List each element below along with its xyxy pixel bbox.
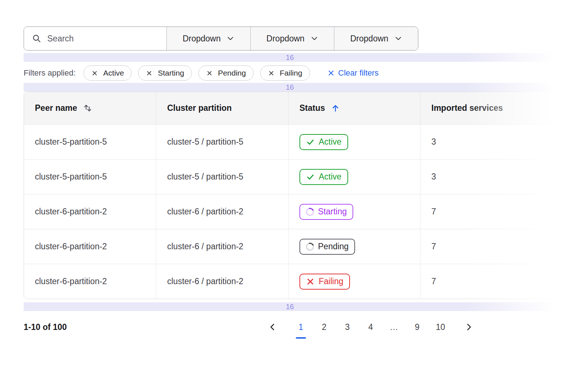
status-badge-label: Failing: [319, 277, 343, 286]
filter-toolbar: Dropdown Dropdown Dropdown: [24, 27, 418, 51]
chevron-down-icon: [226, 35, 234, 43]
cell-status: Active: [288, 125, 420, 159]
cell-cluster-partition: cluster-6 / partition-2: [156, 229, 288, 264]
chevron-right-icon: [464, 322, 474, 332]
table-row: cluster-6-partition-2 cluster-6 / partit…: [24, 229, 556, 264]
column-header-status[interactable]: Status: [288, 92, 420, 124]
cell-cluster-partition: cluster-5 / partition-5: [156, 125, 288, 159]
cell-status: Active: [288, 160, 420, 194]
remove-filter-icon[interactable]: [206, 70, 213, 77]
filter-chip-failing[interactable]: Failing: [260, 65, 310, 81]
chevron-down-icon: [394, 35, 402, 43]
status-badge-label: Starting: [318, 207, 347, 217]
cell-cluster-partition: cluster-6 / partition-2: [156, 194, 288, 229]
cell-imported-services: 7: [420, 194, 556, 229]
dropdown-button-3[interactable]: Dropdown: [334, 27, 418, 50]
search-input[interactable]: [47, 34, 161, 44]
column-header-peer-name[interactable]: Peer name: [24, 92, 156, 124]
cell-cluster-partition: cluster-5 / partition-5: [156, 160, 288, 194]
column-header-imported-services[interactable]: Imported services: [420, 92, 556, 124]
clear-filters-label: Clear filters: [338, 68, 379, 78]
table-row: cluster-5-partition-5 cluster-5 / partit…: [24, 159, 556, 194]
filter-chip-pending[interactable]: Pending: [198, 65, 254, 81]
clear-filters-icon: [327, 69, 335, 77]
spinner-icon: [305, 206, 315, 217]
next-page-button[interactable]: [462, 320, 475, 334]
table-row: cluster-6-partition-2 cluster-6 / partit…: [24, 194, 556, 229]
remove-filter-icon[interactable]: [268, 70, 275, 77]
check-icon: [306, 138, 315, 146]
pager: 1 2 3 4 … 9 10: [266, 320, 475, 334]
search-icon: [32, 34, 41, 43]
cell-imported-services: 3: [420, 125, 556, 159]
column-header-cluster-partition[interactable]: Cluster partition: [156, 92, 288, 124]
cell-status: Failing: [288, 264, 420, 299]
status-badge-active: Active: [299, 134, 348, 150]
dropdown-button-1[interactable]: Dropdown: [166, 27, 250, 50]
filter-chip-active[interactable]: Active: [84, 65, 132, 81]
check-icon: [306, 173, 315, 181]
remove-filter-icon[interactable]: [146, 70, 153, 77]
spacing-marker: 16: [24, 53, 556, 62]
status-badge-active: Active: [299, 169, 348, 185]
page-button-3[interactable]: 3: [341, 320, 354, 334]
filter-chip-starting[interactable]: Starting: [138, 65, 192, 81]
pagination-bar: 1-10 of 100 1 2 3 4 … 9 10: [24, 318, 556, 336]
filter-chip-label: Pending: [218, 69, 246, 77]
page-button-2[interactable]: 2: [318, 320, 331, 334]
filters-applied-row: Filters applied: Active Starting Pending…: [24, 65, 556, 81]
previous-page-button[interactable]: [266, 320, 279, 334]
status-badge-failing: Failing: [299, 274, 350, 290]
cell-peer-name: cluster-6-partition-2: [24, 264, 156, 299]
spacing-marker: 16: [24, 83, 556, 92]
pagination-summary: 1-10 of 100: [24, 322, 67, 332]
chevron-down-icon: [310, 35, 318, 43]
spacing-marker-label: 16: [286, 303, 294, 311]
status-badge-starting: Starting: [299, 204, 353, 220]
column-header-label: Imported services: [431, 103, 503, 113]
status-badge-label: Active: [319, 137, 342, 147]
page-button-9[interactable]: 9: [411, 320, 424, 334]
peers-table: Peer name Cluster partition Status Impor…: [24, 92, 556, 299]
search-box[interactable]: [24, 27, 166, 50]
spacing-marker: 16: [24, 302, 556, 311]
page-button-1[interactable]: 1: [294, 320, 307, 334]
column-header-label: Status: [299, 103, 325, 113]
cell-peer-name: cluster-5-partition-5: [24, 160, 156, 194]
cell-status: Pending: [288, 229, 420, 264]
filters-applied-label: Filters applied:: [24, 68, 76, 78]
cell-peer-name: cluster-6-partition-2: [24, 194, 156, 229]
cell-imported-services: 7: [420, 264, 556, 299]
status-badge-label: Active: [319, 172, 342, 182]
dropdown-button-2[interactable]: Dropdown: [250, 27, 334, 50]
dropdown-label: Dropdown: [266, 34, 305, 44]
column-header-label: Cluster partition: [167, 103, 232, 113]
spacing-marker-label: 16: [286, 83, 294, 92]
table-header-row: Peer name Cluster partition Status Impor…: [24, 92, 556, 124]
remove-filter-icon[interactable]: [91, 70, 98, 77]
chevron-left-icon: [268, 322, 277, 332]
x-icon: [306, 277, 315, 286]
sort-ascending-icon: [331, 104, 340, 113]
dropdown-label: Dropdown: [350, 34, 388, 44]
page-button-10[interactable]: 10: [434, 320, 447, 334]
cell-imported-services: 3: [420, 160, 556, 194]
page-ellipsis: …: [387, 322, 400, 332]
column-header-label: Peer name: [35, 103, 77, 113]
cell-cluster-partition: cluster-6 / partition-2: [156, 264, 288, 299]
cell-peer-name: cluster-6-partition-2: [24, 229, 156, 264]
filter-chip-label: Active: [103, 69, 124, 77]
clear-filters-link[interactable]: Clear filters: [327, 68, 379, 78]
page-button-4[interactable]: 4: [364, 320, 377, 334]
status-badge-pending: Pending: [299, 239, 355, 255]
filter-chip-label: Starting: [158, 69, 184, 77]
spinner-icon: [305, 241, 315, 252]
status-badge-label: Pending: [318, 242, 349, 251]
table-row: cluster-5-partition-5 cluster-5 / partit…: [24, 124, 556, 159]
cell-peer-name: cluster-5-partition-5: [24, 125, 156, 159]
dropdown-label: Dropdown: [182, 34, 221, 44]
table-row: cluster-6-partition-2 cluster-6 / partit…: [24, 264, 556, 299]
filter-chip-label: Failing: [280, 69, 302, 77]
sort-both-icon: [83, 104, 93, 113]
cell-status: Starting: [288, 194, 420, 229]
